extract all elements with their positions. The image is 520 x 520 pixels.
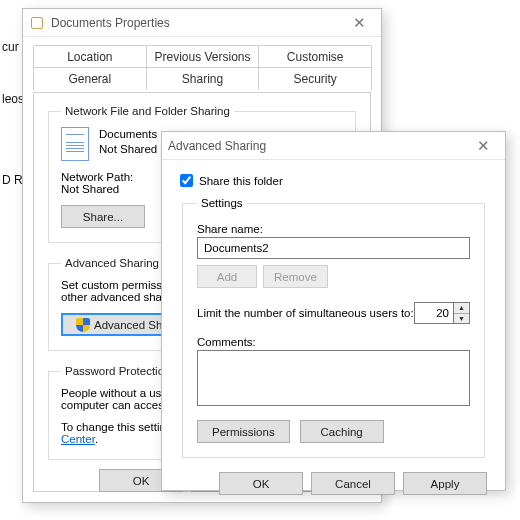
share-folder-checkbox[interactable] — [180, 174, 193, 187]
tab-customise[interactable]: Customise — [258, 45, 372, 68]
share-object-name: Documents — [99, 127, 157, 142]
limit-spinner[interactable]: ▲ ▼ — [414, 302, 470, 324]
spin-up-icon[interactable]: ▲ — [454, 303, 469, 314]
tab-sharing[interactable]: Sharing — [146, 67, 260, 90]
close-icon[interactable]: ✕ — [343, 14, 375, 32]
titlebar[interactable]: Documents Properties ✕ — [23, 9, 381, 37]
tab-location[interactable]: Location — [33, 45, 147, 68]
share-name-label: Share name: — [197, 223, 470, 235]
caching-button[interactable]: Caching — [300, 420, 384, 443]
tab-security[interactable]: Security — [258, 67, 372, 90]
limit-label: Limit the number of simultaneous users t… — [197, 307, 414, 319]
group-legend: Settings — [197, 197, 247, 209]
titlebar[interactable]: Advanced Sharing ✕ — [162, 132, 505, 160]
share-folder-checkbox-row[interactable]: Share this folder — [180, 174, 487, 187]
share-name-combo[interactable] — [197, 237, 470, 259]
group-legend: Network File and Folder Sharing — [61, 105, 234, 117]
spin-down-icon[interactable]: ▼ — [454, 314, 469, 324]
comments-textarea[interactable] — [197, 350, 470, 406]
window-title: Documents Properties — [51, 16, 343, 30]
group-legend: Advanced Sharing — [61, 257, 163, 269]
permissions-button[interactable]: Permissions — [197, 420, 290, 443]
share-status: Not Shared — [99, 142, 157, 157]
limit-input[interactable] — [415, 303, 453, 323]
share-name-input[interactable] — [198, 238, 469, 258]
advanced-sharing-dialog: Advanced Sharing ✕ Share this folder Set… — [161, 131, 506, 491]
apply-button[interactable]: Apply — [403, 472, 487, 495]
window-title: Advanced Sharing — [168, 139, 467, 153]
document-icon — [61, 127, 89, 161]
add-button[interactable]: Add — [197, 265, 257, 288]
folder-icon — [29, 15, 45, 31]
comments-label: Comments: — [197, 336, 470, 348]
settings-group: Settings Share name: Add Remove Limit th… — [182, 197, 485, 458]
cancel-button[interactable]: Cancel — [311, 472, 395, 495]
tab-previous-versions[interactable]: Previous Versions — [146, 45, 260, 68]
bg-fragment: leos — [0, 92, 24, 106]
share-folder-label: Share this folder — [199, 175, 283, 187]
remove-button[interactable]: Remove — [263, 265, 328, 288]
share-button[interactable]: Share... — [61, 205, 145, 228]
shield-icon — [76, 318, 90, 332]
close-icon[interactable]: ✕ — [467, 137, 499, 155]
group-legend: Password Protection — [61, 365, 174, 377]
tab-general[interactable]: General — [33, 67, 147, 90]
bg-fragment: D R — [0, 173, 23, 187]
ok-button[interactable]: OK — [219, 472, 303, 495]
bg-fragment: cur — [0, 40, 19, 54]
